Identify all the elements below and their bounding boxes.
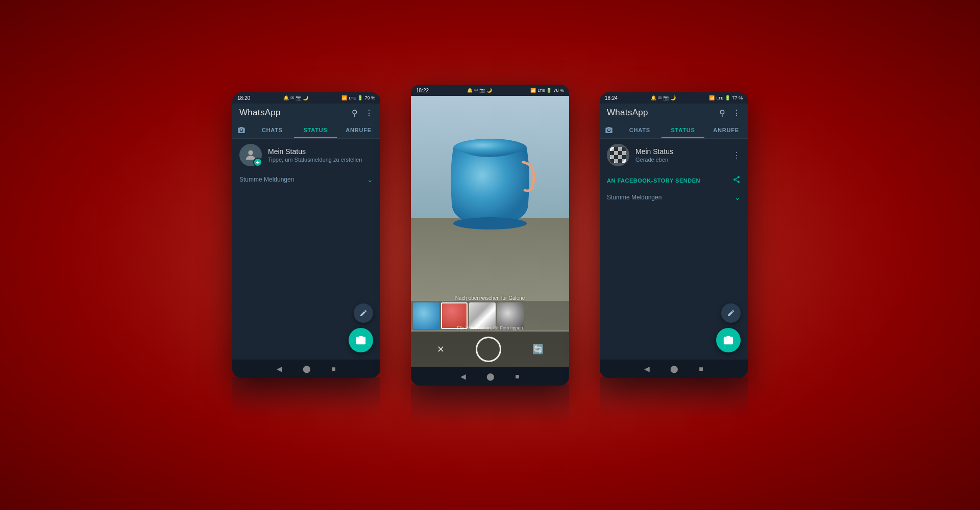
notif-icons-m: 🔔 ✉ 📷 🌙 [467,88,492,93]
phone-left-wrapper: 18:20 🔔 ✉ 📷 🌙 📶 LTE 🔋 79 % WhatsApp ⚲ ⋮ [232,92,380,418]
nav-home-left[interactable]: ⬤ [303,365,311,373]
tab-status-right[interactable]: STATUS [662,122,705,138]
avatar-container-left: + [239,144,262,166]
content-left: + Mein Status Tippe, um Statusmeldung zu… [232,139,380,360]
battery-pct-left: 79 % [364,95,375,100]
tabs-right: CHATS STATUS ANRUFE [600,122,748,139]
lte-icon-r: LTE [716,96,723,100]
avatar-container-right [607,144,629,166]
search-icon-left[interactable]: ⚲ [352,108,358,118]
status-right-left: 📶 LTE 🔋 79 % [341,95,375,100]
app-header-right: WhatsApp ⚲ ⋮ [600,104,748,122]
facebook-label: AN FACEBOOK-STORY SENDEN [607,177,700,184]
status-right-middle: 📶 LTE 🔋 78 % [530,88,564,93]
my-status-subtitle-left: Tippe, um Statusmeldung zu erstellen [268,157,373,163]
status-icons-middle: 🔔 ✉ 📷 🌙 [467,88,492,93]
camera-controls: ✕ 🔄 [411,332,569,367]
camera-view-middle: Nach oben wischen für Galerie ✕ 🔄 Für Vi… [411,96,569,367]
muted-label-right: Stumme Meldungen [607,194,662,201]
muted-row-left[interactable]: Stumme Meldungen ⌄ [232,171,380,188]
tabs-left: CHATS STATUS ANRUFE [232,122,380,139]
nav-back-left[interactable]: ◀ [277,365,282,373]
tab-anrufe-right[interactable]: ANRUFE [704,122,748,138]
lte-icon: LTE [349,96,356,100]
status-time-left: 18:20 [237,95,250,101]
my-status-item-right[interactable]: Mein Status Gerade eben ⋮ [600,139,748,171]
more-options-icon-right[interactable]: ⋮ [732,150,741,160]
chevron-down-icon-left: ⌄ [367,175,373,184]
phone-left: 18:20 🔔 ✉ 📷 🌙 📶 LTE 🔋 79 % WhatsApp ⚲ ⋮ [232,92,380,378]
chevron-down-icon-right: ⌄ [734,193,741,201]
nav-recent-right[interactable]: ■ [699,365,703,373]
signal-icon-r: 📶 [709,95,715,100]
nav-recent-left[interactable]: ■ [331,365,335,373]
camera-flip-icon[interactable]: 🔄 [532,344,544,355]
tab-camera-left[interactable] [232,126,251,134]
status-time-right: 18:24 [605,95,618,101]
stool-svg [444,121,536,254]
tab-camera-right[interactable] [600,126,618,134]
edit-fab-right[interactable] [721,303,741,323]
status-text-right: Mein Status Gerade eben [635,147,726,163]
tab-chats-right[interactable]: CHATS [618,122,662,138]
battery-pct-middle: 78 % [553,88,564,93]
phone-middle: 18:22 🔔 ✉ 📷 🌙 📶 LTE 🔋 78 % [411,85,569,386]
phone-reflection-middle [411,385,569,425]
battery-icon-m: 🔋 [546,88,552,93]
battery-pct-right: 77 % [732,95,743,100]
camera-bottom-hint-container: Für Video halten, für Foto tippen [411,322,569,332]
app-title-left: WhatsApp [239,108,281,118]
svg-point-0 [248,150,253,155]
status-icons-right: 🔔 ✉ 📷 🌙 [651,95,676,100]
muted-label-left: Stumme Meldungen [239,176,294,183]
camera-bottom-hint: Für Video halten, für Foto tippen [457,325,523,330]
muted-row-right[interactable]: Stumme Meldungen ⌄ [600,189,748,206]
header-icons-left: ⚲ ⋮ [352,108,373,118]
app-header-left: WhatsApp ⚲ ⋮ [232,104,380,122]
camera-fab-left[interactable] [349,328,373,352]
svg-point-2 [453,217,527,230]
edit-fab-left[interactable] [354,303,373,323]
phone-reflection-right [600,377,748,418]
tab-chats-left[interactable]: CHATS [251,122,294,138]
avatar-plus-left: + [253,158,262,167]
nav-home-right[interactable]: ⬤ [670,365,678,373]
my-status-item-left[interactable]: + Mein Status Tippe, um Statusmeldung zu… [232,139,380,171]
my-status-subtitle-right: Gerade eben [635,157,726,163]
signal-icon: 📶 [341,95,347,100]
content-right: Mein Status Gerade eben ⋮ AN FACEBOOK-ST… [600,139,748,360]
svg-point-20 [610,147,626,163]
status-time-middle: 18:22 [416,88,429,93]
status-text-left: Mein Status Tippe, um Statusmeldung zu e… [268,147,373,163]
tab-status-left[interactable]: STATUS [294,122,337,138]
nav-bar-middle: ◀ ⬤ ■ [411,367,569,386]
share-icon [732,175,741,185]
nav-back-right[interactable]: ◀ [644,365,650,373]
phone-reflection-left [232,377,380,418]
menu-icon-right[interactable]: ⋮ [732,108,741,118]
shutter-button[interactable] [476,337,501,362]
phone-right-wrapper: 18:24 🔔 ✉ 📷 🌙 📶 LTE 🔋 77 % WhatsApp ⚲ ⋮ [600,92,748,418]
stool-svg-container [444,121,536,254]
lte-icon-m: LTE [537,88,545,93]
nav-home-middle[interactable]: ⬤ [486,372,495,380]
notif-icons-r: 🔔 ✉ 📷 🌙 [651,95,676,100]
search-icon-right[interactable]: ⚲ [719,108,725,118]
nav-back-middle[interactable]: ◀ [460,372,466,380]
fab-container-right [716,303,741,352]
tab-anrufe-left[interactable]: ANRUFE [337,122,380,138]
nav-recent-middle[interactable]: ■ [515,372,519,380]
my-status-name-left: Mein Status [268,147,373,156]
status-right-right: 📶 LTE 🔋 77 % [709,95,743,100]
nav-bar-right: ◀ ⬤ ■ [600,360,748,378]
facebook-story-row[interactable]: AN FACEBOOK-STORY SENDEN [600,171,748,189]
nav-bar-left: ◀ ⬤ ■ [232,360,380,378]
camera-fab-right[interactable] [716,328,741,352]
swipe-hint: Nach oben wischen für Galerie [455,295,525,301]
menu-icon-left[interactable]: ⋮ [365,108,373,118]
flash-icon[interactable]: ✕ [437,344,445,355]
status-icons-left: 🔔 ✉ 📷 🌙 [283,95,308,100]
phone-middle-wrapper: 18:22 🔔 ✉ 📷 🌙 📶 LTE 🔋 78 % [411,85,569,425]
status-bar-right: 18:24 🔔 ✉ 📷 🌙 📶 LTE 🔋 77 % [600,92,748,104]
fab-container-left [349,303,373,352]
